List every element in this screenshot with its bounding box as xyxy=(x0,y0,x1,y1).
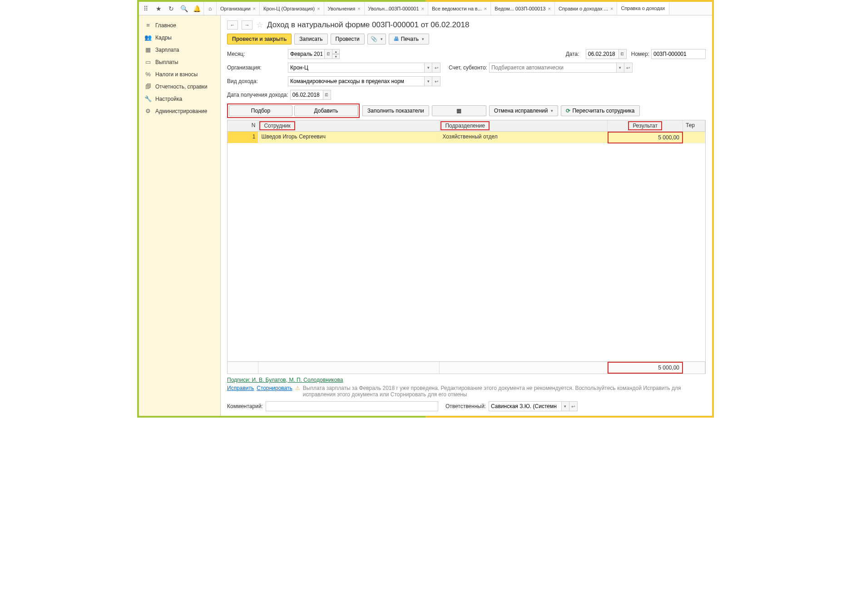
columns-button[interactable]: ▦ xyxy=(432,105,486,116)
month-down-button[interactable]: ▾ xyxy=(332,54,340,59)
star-icon[interactable]: ★ xyxy=(154,5,163,13)
add-button[interactable]: Добавить xyxy=(294,105,358,116)
calendar-icon[interactable]: 🗓 xyxy=(324,49,332,59)
cell: 5 000,00 xyxy=(608,132,683,143)
org-field xyxy=(288,63,440,73)
cancel-corrections-button[interactable]: Отмена исправлений xyxy=(489,105,559,116)
bell-icon[interactable]: 🔔 xyxy=(193,5,201,13)
receive-date-input[interactable] xyxy=(290,90,323,100)
content-area: ← → ☆ Доход в натуральной форме 003П-000… xyxy=(221,15,712,416)
sidebar-icon: ▦ xyxy=(144,46,152,53)
responsible-open-button[interactable] xyxy=(569,401,578,411)
account-input[interactable] xyxy=(489,63,616,73)
responsible-input[interactable] xyxy=(489,401,561,411)
sidebar-item-label: Администрирование xyxy=(155,108,207,114)
tab[interactable]: Увольн...003П-000001× xyxy=(365,2,428,15)
month-input[interactable] xyxy=(288,49,324,59)
save-button[interactable]: Записать xyxy=(294,34,327,44)
home-icon: ⌂ xyxy=(208,5,212,12)
sidebar-item-label: Главное xyxy=(155,22,176,29)
tab-label: Организации xyxy=(220,6,251,11)
responsible-label: Ответственный: xyxy=(445,403,486,409)
calendar-icon[interactable]: 🗓 xyxy=(323,90,331,100)
sidebar-item-label: Кадры xyxy=(155,34,172,41)
sidebar-item[interactable]: ≡Главное xyxy=(139,19,220,31)
month-up-button[interactable]: ▴ xyxy=(332,49,340,54)
tab[interactable]: Ведом... 003П-000013× xyxy=(491,2,555,15)
cell: Хозяйственный отдел xyxy=(440,132,608,143)
sidebar-item[interactable]: 👥Кадры xyxy=(139,31,220,44)
sidebar-item[interactable]: %Налоги и взносы xyxy=(139,68,220,80)
income-type-dropdown-button[interactable] xyxy=(424,76,432,86)
sidebar-item[interactable]: ⚙Администрирование xyxy=(139,105,220,117)
table-row[interactable]: 1Шведов Игорь СергеевичХозяйственный отд… xyxy=(228,132,705,143)
signatures-link[interactable]: Подписи: И. В. Булатов, М. П. Солодовник… xyxy=(227,377,343,383)
attachments-button[interactable]: 📎 xyxy=(367,34,386,44)
tab[interactable]: Крон-Ц (Организация)× xyxy=(260,2,324,15)
tab[interactable]: Увольнения× xyxy=(324,2,365,15)
submit-button[interactable]: Провести xyxy=(331,34,365,44)
calendar-icon[interactable]: 🗓 xyxy=(618,49,627,59)
close-icon[interactable]: × xyxy=(610,6,613,11)
responsible-dropdown-button[interactable] xyxy=(561,401,569,411)
receive-date-label: Дата получения дохода: xyxy=(227,92,288,98)
date-field: 🗓 xyxy=(586,49,627,59)
close-icon[interactable]: × xyxy=(253,6,256,11)
sidebar-item[interactable]: 🗐Отчетность, справки xyxy=(139,80,220,93)
tab[interactable]: Справки о доходах ...× xyxy=(555,2,618,15)
fill-indicators-button[interactable]: Заполнить показатели xyxy=(362,105,429,116)
close-icon[interactable]: × xyxy=(548,6,550,11)
refresh-icon: ⟳ xyxy=(566,108,570,114)
account-open-button[interactable] xyxy=(624,63,633,73)
submit-close-button[interactable]: Провести и закрыть xyxy=(227,34,292,44)
comment-label: Комментарий: xyxy=(227,403,263,409)
nav-forward-button[interactable]: → xyxy=(242,20,252,30)
number-input[interactable] xyxy=(651,49,706,59)
col-territory-header: Тер xyxy=(686,122,695,128)
print-button[interactable]: 🖶 Печать xyxy=(389,34,429,44)
date-label: Дата: xyxy=(566,51,584,57)
tab[interactable]: Организации× xyxy=(217,2,260,15)
income-type-field xyxy=(288,76,440,86)
fix-link[interactable]: Исправить xyxy=(227,385,254,391)
income-type-open-button[interactable] xyxy=(432,76,440,86)
month-label: Месяц: xyxy=(227,51,286,57)
sidebar-item-label: Налоги и взносы xyxy=(155,71,198,78)
favorite-star-icon[interactable]: ☆ xyxy=(256,20,263,30)
account-dropdown-button[interactable] xyxy=(616,63,624,73)
sidebar-item[interactable]: ▭Выплаты xyxy=(139,56,220,68)
close-icon[interactable]: × xyxy=(357,6,360,11)
tab-label: Справка о доходах xyxy=(621,5,665,11)
sidebar-item[interactable]: ▦Зарплата xyxy=(139,44,220,56)
date-input[interactable] xyxy=(586,49,618,59)
reverse-link[interactable]: Сторнировать xyxy=(257,385,292,391)
home-button[interactable]: ⌂ xyxy=(204,2,217,15)
col-result-header: Результат xyxy=(628,121,662,130)
sidebar-icon: ≡ xyxy=(144,22,152,29)
income-type-input[interactable] xyxy=(288,76,424,86)
sidebar-item-label: Настройка xyxy=(155,96,182,102)
tab-label: Крон-Ц (Организация) xyxy=(263,6,315,11)
close-icon[interactable]: × xyxy=(484,6,487,11)
tab-label: Все ведомости на в... xyxy=(432,6,482,11)
comment-input[interactable] xyxy=(266,401,438,411)
org-open-button[interactable] xyxy=(432,63,440,73)
org-dropdown-button[interactable] xyxy=(424,63,432,73)
tab[interactable]: Все ведомости на в...× xyxy=(428,2,491,15)
sidebar: ≡Главное👥Кадры▦Зарплата▭Выплаты%Налоги и… xyxy=(139,15,221,416)
search-icon[interactable]: 🔍 xyxy=(180,5,188,13)
org-input[interactable] xyxy=(288,63,424,73)
recalc-employee-button[interactable]: ⟳ Пересчитать сотрудника xyxy=(561,105,639,116)
tab-label: Ведом... 003П-000013 xyxy=(495,6,545,11)
apps-icon[interactable]: ⠿ xyxy=(142,5,150,13)
tab-label: Справки о доходах ... xyxy=(559,6,608,11)
sidebar-item-label: Зарплата xyxy=(155,47,179,53)
close-icon[interactable]: × xyxy=(317,6,320,11)
sidebar-item[interactable]: 🔧Настройка xyxy=(139,93,220,105)
cell xyxy=(683,132,705,143)
history-icon[interactable]: ↻ xyxy=(167,5,175,13)
close-icon[interactable]: × xyxy=(421,6,424,11)
nav-back-button[interactable]: ← xyxy=(227,20,238,30)
tab[interactable]: Справка о доходах xyxy=(617,2,669,15)
pick-button[interactable]: Подбор xyxy=(229,105,292,116)
